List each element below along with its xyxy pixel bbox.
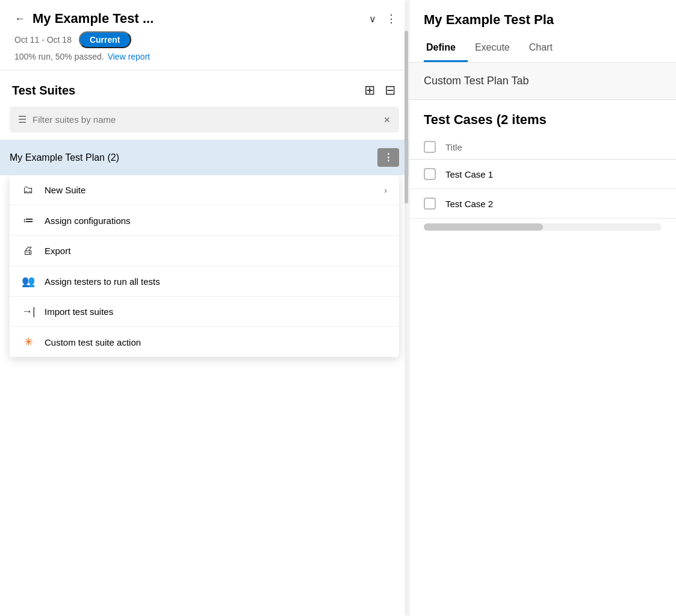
view-report-link[interactable]: View report xyxy=(108,52,150,61)
header-top: ← My Example Test ... ∨ ⋮ xyxy=(12,11,397,26)
menu-item-4[interactable]: →|Import test suites xyxy=(10,297,399,327)
filter-suites-input[interactable] xyxy=(33,114,377,125)
right-panel: My Example Test Pla DefineExecuteChart C… xyxy=(409,0,676,616)
menu-item-label-1: Assign configurations xyxy=(45,216,131,226)
expand-all-button[interactable]: ⊞ xyxy=(363,81,376,99)
collapse-all-button[interactable]: ⊟ xyxy=(383,81,397,99)
date-range-text: Oct 11 - Oct 18 xyxy=(14,35,72,45)
menu-item-icon-3: 👥 xyxy=(22,275,35,288)
test-suites-title: Test Suites xyxy=(12,84,356,98)
menu-item-3[interactable]: 👥Assign testers to run all tests xyxy=(10,266,399,297)
test-case-checkbox-0[interactable] xyxy=(424,168,436,180)
custom-tab-section: Custom Test Plan Tab xyxy=(409,63,676,100)
test-cases-section: Test Cases (2 items Title Test Case 1Tes… xyxy=(409,100,676,616)
title-column-header: Title xyxy=(445,142,462,152)
test-case-name-0: Test Case 1 xyxy=(445,169,493,179)
test-cases-list: Test Case 1Test Case 2 xyxy=(409,160,676,219)
custom-tab-label: Custom Test Plan Tab xyxy=(424,75,529,87)
test-case-name-1: Test Case 2 xyxy=(445,199,493,209)
test-cases-header: Test Cases (2 items xyxy=(409,112,676,135)
back-button[interactable]: ← xyxy=(12,13,28,25)
menu-item-label-5: Custom test suite action xyxy=(45,337,141,347)
horizontal-scrollbar-thumb xyxy=(424,223,543,231)
stats-row: 100% run, 50% passed. View report xyxy=(12,52,397,61)
menu-item-icon-5: ✳ xyxy=(22,335,35,349)
date-row: Oct 11 - Oct 18 Current xyxy=(12,31,397,48)
test-cases-title: Test Cases (2 items xyxy=(424,112,547,127)
test-case-row-0[interactable]: Test Case 1 xyxy=(409,160,676,189)
menu-item-0[interactable]: 🗂New Suite› xyxy=(10,175,399,205)
right-panel-title: My Example Test Pla xyxy=(424,12,662,28)
test-cases-column-header: Title xyxy=(409,135,676,160)
header-section: ← My Example Test ... ∨ ⋮ Oct 11 - Oct 1… xyxy=(0,0,409,70)
stats-text: 100% run, 50% passed. xyxy=(14,52,104,61)
menu-item-icon-4: →| xyxy=(22,305,35,318)
filter-container: ☰ ✕ xyxy=(10,107,399,132)
menu-item-icon-2: 🖨 xyxy=(22,244,35,257)
filter-icon: ☰ xyxy=(18,114,26,125)
tab-define[interactable]: Define xyxy=(424,37,468,62)
left-panel: ← My Example Test ... ∨ ⋮ Oct 11 - Oct 1… xyxy=(0,0,409,616)
menu-item-arrow-0: › xyxy=(384,185,387,195)
context-menu: 🗂New Suite›≔Assign configurations🖨Export… xyxy=(10,175,399,357)
current-badge[interactable]: Current xyxy=(79,31,131,48)
suite-more-dots-icon: ⋮ xyxy=(383,152,393,163)
plan-title: My Example Test ... xyxy=(33,11,364,26)
menu-item-5[interactable]: ✳Custom test suite action xyxy=(10,327,399,357)
suite-item[interactable]: My Example Test Plan (2) ⋮ xyxy=(0,140,409,175)
menu-item-label-0: New Suite xyxy=(45,185,85,195)
test-case-row-1[interactable]: Test Case 2 xyxy=(409,189,676,219)
suite-more-button[interactable]: ⋮ xyxy=(377,148,399,167)
more-options-icon[interactable]: ⋮ xyxy=(386,12,397,25)
test-case-checkbox-1[interactable] xyxy=(424,198,436,210)
menu-item-icon-0: 🗂 xyxy=(22,184,35,196)
clear-filter-icon[interactable]: ✕ xyxy=(383,115,391,125)
menu-item-label-2: Export xyxy=(45,246,70,256)
horizontal-scrollbar[interactable] xyxy=(424,223,662,231)
suites-header: Test Suites ⊞ ⊟ xyxy=(0,70,409,107)
menu-item-1[interactable]: ≔Assign configurations xyxy=(10,205,399,236)
select-all-checkbox[interactable] xyxy=(424,141,436,153)
menu-item-label-3: Assign testers to run all tests xyxy=(45,276,160,287)
menu-item-icon-1: ≔ xyxy=(22,214,35,227)
suite-item-label: My Example Test Plan (2) xyxy=(10,152,377,163)
tab-execute[interactable]: Execute xyxy=(473,37,522,62)
chevron-down-icon[interactable]: ∨ xyxy=(369,13,376,25)
menu-item-label-4: Import test suites xyxy=(45,306,113,317)
menu-item-2[interactable]: 🖨Export xyxy=(10,236,399,266)
right-header: My Example Test Pla DefineExecuteChart xyxy=(409,0,676,63)
tab-chart[interactable]: Chart xyxy=(527,37,565,62)
tabs-row: DefineExecuteChart xyxy=(424,37,662,62)
